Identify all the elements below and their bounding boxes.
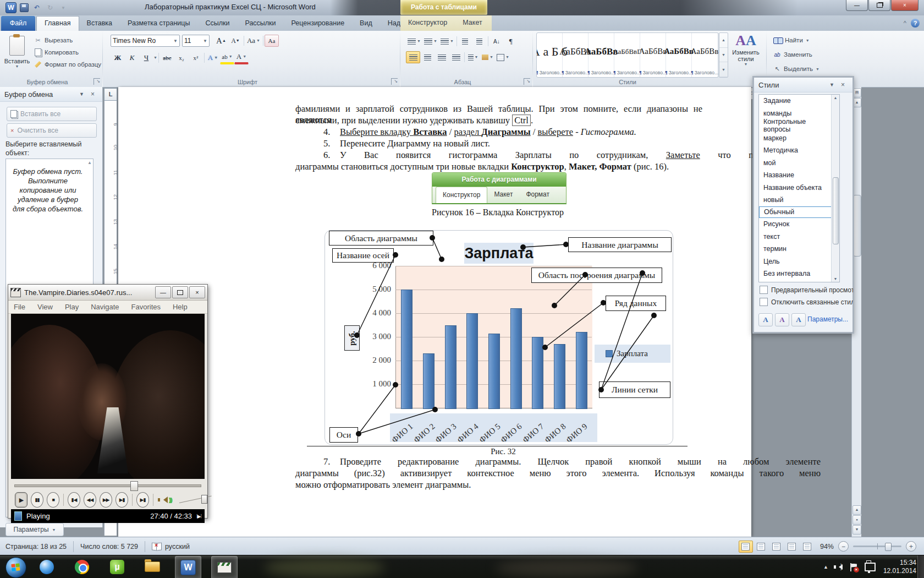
gallery-style-7[interactable]: АаБбВв¶ Заголово... [692, 33, 718, 77]
page-indicator[interactable]: Страница: 18 из 25 [4, 543, 68, 550]
font-color-button[interactable]: А▼ [234, 51, 249, 64]
gallery-down-button[interactable]: ▼ [719, 48, 728, 63]
stop-button[interactable]: ■ [47, 492, 59, 508]
manage-styles-button[interactable]: А [791, 313, 806, 326]
volume-thumb[interactable] [201, 495, 207, 504]
style-item-Без интервала[interactable]: Без интервала¶ [759, 268, 839, 280]
help-icon[interactable]: ? [911, 19, 920, 28]
font-dialog-launcher[interactable]: ↘ [391, 78, 398, 85]
increase-indent-button[interactable] [472, 35, 487, 47]
prev-button[interactable]: ▮◀ [68, 492, 80, 508]
taskbar-utorrent-icon[interactable]: µ [105, 556, 130, 578]
seek-bar[interactable] [11, 481, 205, 490]
pause-button[interactable]: ▮▮ [31, 492, 43, 508]
new-style-button[interactable]: А [758, 313, 773, 326]
volume-icon[interactable] [836, 564, 843, 570]
clipboard-options-button[interactable]: Параметры ▼ [6, 523, 64, 536]
style-item-текст[interactable]: текст¶ [759, 231, 839, 243]
word-count[interactable]: Число слов: 5 729 [79, 543, 139, 550]
strikethrough-button[interactable]: abc [160, 52, 174, 64]
clipboard-scroll-up-icon[interactable]: ▲ [87, 160, 92, 165]
start-button[interactable] [6, 557, 26, 578]
tab-Разметка страницы[interactable]: Разметка страницы [120, 16, 197, 31]
grow-font-button[interactable]: А▲ [214, 35, 228, 47]
style-item-Задание[interactable]: Задание¶ [759, 95, 839, 107]
paste-button[interactable]: Вставить ▼ [2, 33, 32, 83]
scrollbar-thumb[interactable] [853, 195, 861, 257]
spellcheck-icon[interactable]: × [152, 543, 162, 550]
tab-Вставка[interactable]: Вставка [79, 16, 120, 31]
hidden-icons-button[interactable]: ▲ [823, 564, 828, 570]
taskbar-clock[interactable]: 15:34 12.01.2014 [883, 559, 916, 575]
repeat-button[interactable]: ↻ [45, 3, 55, 13]
gallery-more-button[interactable]: ▼ [719, 62, 728, 77]
web-layout-view-button[interactable] [769, 541, 784, 553]
highlight-color-button[interactable]: ab▼ [220, 51, 234, 64]
pane-close-icon[interactable]: × [87, 90, 98, 98]
styles-pane-close-icon[interactable]: × [838, 81, 848, 89]
minimize-button[interactable]: — [846, 0, 868, 11]
chart-figure[interactable]: 6 0005 0004 0003 0002 0001 000 ФИО 1ФИО … [324, 230, 673, 445]
text-effects-button[interactable]: А▼ [206, 52, 220, 64]
tab-constructor[interactable]: Конструктор [400, 15, 455, 31]
player-menu-favorites[interactable]: Favorites [131, 303, 161, 311]
taskbar-explorer-icon[interactable] [140, 556, 165, 578]
word-app-icon[interactable]: W [6, 2, 16, 13]
shrink-font-button[interactable]: А▼ [228, 35, 243, 47]
styles-list-scrollbar[interactable]: ▲ ▼ [831, 95, 839, 282]
change-case-button[interactable]: Аа▼ [245, 35, 262, 47]
tab-Вид[interactable]: Вид [352, 16, 380, 31]
tab-stop-selector[interactable]: L [104, 88, 117, 101]
style-item-Название[interactable]: Название¶ [759, 169, 839, 182]
minimize-ribbon-icon[interactable]: ^ [904, 20, 906, 26]
clear-formatting-button[interactable]: Аа [265, 35, 279, 47]
style-item-Название объекта[interactable]: Название объекта¶ [759, 182, 839, 194]
player-menu-file[interactable]: File [14, 303, 25, 311]
style-item-термин[interactable]: терминa [759, 243, 839, 255]
player-titlebar[interactable]: The.Vampire.Diaries.s04e07.rus... — × [8, 285, 207, 301]
styles-options-link[interactable]: Параметры... [807, 315, 848, 323]
disable-linked-checkbox[interactable]: Отключить связанные стили [760, 298, 853, 306]
taskbar-media-player-icon[interactable] [211, 556, 238, 578]
gallery-style-6[interactable]: АаБбВв¶ Заголово... [666, 33, 692, 77]
decrease-indent-button[interactable] [458, 35, 472, 47]
player-menu-help[interactable]: Help [173, 303, 188, 311]
next-button[interactable]: ▶▮ [116, 492, 128, 508]
gallery-style-4[interactable]: АаБбВвГ¶ Заголово... [614, 33, 640, 77]
show-marks-button[interactable]: ¶ [504, 35, 518, 47]
italic-button[interactable]: К [125, 52, 139, 64]
previous-page-button[interactable]: ▲ [853, 505, 861, 515]
tab-Главная[interactable]: Главная [36, 16, 79, 31]
style-item-Контрольные вопросы[interactable]: Контрольные вопросы¶ [759, 119, 839, 132]
style-item-Рисунок[interactable]: Рисунок¶ [759, 218, 839, 231]
bold-button[interactable]: Ж [111, 52, 125, 64]
gallery-style-5[interactable]: АаБбВв¶ Заголово... [640, 33, 666, 77]
volume-slider[interactable] [179, 494, 207, 506]
align-left-button[interactable] [406, 51, 420, 63]
gallery-up-button[interactable]: ▲ [719, 33, 728, 48]
font-size-combobox[interactable]: 11▼ [182, 35, 210, 47]
tab-Рецензирование[interactable]: Рецензирование [284, 16, 353, 31]
action-center-icon[interactable]: × [850, 563, 857, 571]
tab-Ссылки[interactable]: Ссылки [197, 16, 237, 31]
numbering-button[interactable]: ▼ [422, 35, 439, 47]
network-icon[interactable] [865, 563, 876, 571]
media-player-window[interactable]: The.Vampire.Diaries.s04e07.rus... — × Fi… [8, 284, 208, 519]
align-right-button[interactable] [435, 51, 449, 63]
format-painter-button[interactable]: Формат по образцу [32, 58, 103, 70]
show-desktop-button[interactable] [917, 555, 924, 578]
taskbar-browser-icon[interactable] [34, 556, 59, 578]
change-styles-button[interactable]: АА Изменить стили ▼ [730, 32, 762, 81]
fullscreen-reading-view-button[interactable] [754, 541, 768, 553]
style-item-маркер[interactable]: маркер¶ [759, 132, 839, 145]
style-item-новый[interactable]: новый¶ [759, 194, 839, 206]
player-close-button[interactable]: × [189, 286, 205, 298]
styles-scroll-down-icon[interactable]: ▼ [832, 277, 839, 281]
player-maximize-button[interactable] [172, 286, 188, 298]
draft-view-button[interactable] [800, 541, 815, 553]
copy-button[interactable]: Копировать [32, 46, 103, 58]
bullets-button[interactable]: ▼ [406, 35, 422, 47]
superscript-button[interactable]: х² [189, 52, 203, 64]
borders-button[interactable]: ▼ [495, 51, 511, 63]
customize-qat-button[interactable]: ▼ [58, 3, 68, 13]
